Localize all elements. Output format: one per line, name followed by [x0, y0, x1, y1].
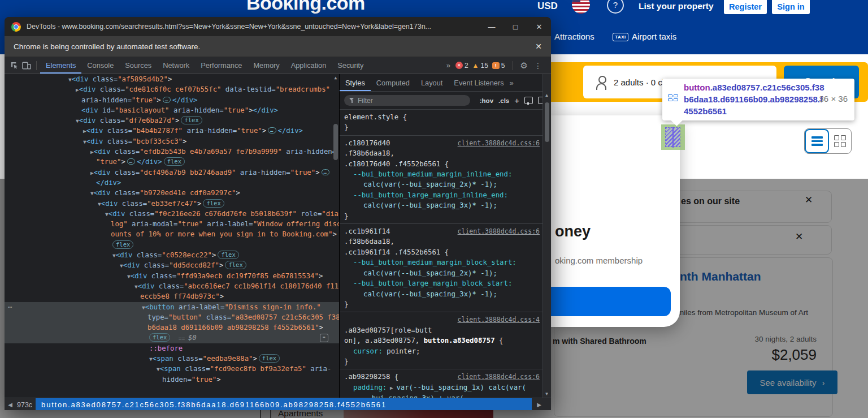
style-declaration[interactable]: calc(var(--bui_spacing_3x)* -1); [344, 289, 543, 299]
currency-selector[interactable]: USD [537, 1, 558, 12]
style-declaration[interactable]: --bui_button_medium_margin_inline_end: [344, 169, 543, 179]
style-declaration[interactable]: } [344, 211, 543, 221]
style-declaration[interactable]: } [344, 356, 543, 367]
dom-tree-line-selected[interactable]: b6daa18 d691166b09 ab98298258 f4552b6561… [5, 322, 339, 333]
dom-tree-line[interactable]: ▼<div class="bcbf33c5c3"> [5, 136, 339, 146]
style-declaration[interactable]: on], a.a83ed08757, button.a83ed08757 { [344, 335, 543, 346]
list-view-button[interactable] [805, 129, 829, 153]
scrollbar-thumb[interactable] [545, 102, 549, 142]
devtools-tab-console[interactable]: Console [81, 58, 119, 74]
breadcrumb-selected[interactable]: button.a83ed08757.c21c56c305.f38b6daa18.… [36, 398, 532, 410]
breadcrumb-back-icon[interactable]: ◀ [5, 402, 16, 408]
dom-tree-line-selected[interactable]: ⋯▼<button aria-label="Dismiss sign-in in… [5, 302, 339, 312]
dom-tree-line[interactable]: "true">…</div>flex [5, 157, 339, 167]
styles-tab-computed[interactable]: Computed [371, 75, 415, 91]
dom-tree-line[interactable]: log" aria-modal="true" aria-label="Windo… [5, 219, 339, 229]
stylesheet-link[interactable]: client.3888dc4d.css:4 [458, 316, 540, 324]
popup-sign-in-button[interactable] [551, 287, 671, 316]
devtools-tab-security[interactable]: Security [332, 58, 369, 74]
dom-tree-line-selected[interactable]: type="button" class="a83ed08757 c21c56c3… [5, 312, 339, 322]
dom-tree-line-selected[interactable]: flex == $0➥ [5, 333, 339, 343]
kebab-menu-icon[interactable]: ⋮ [532, 61, 544, 70]
stylesheet-link[interactable]: client.3888dc4d.css:6 [458, 138, 540, 148]
style-declaration[interactable]: padding: ▶ var(--bui_spacing_1x) calc(va… [344, 382, 543, 393]
style-declaration[interactable]: cursor: pointer; [344, 346, 543, 356]
style-rule[interactable]: client.3888dc4d.css:6.c180176d40.f38b6da… [340, 136, 543, 224]
device-toolbar-icon[interactable] [20, 60, 33, 71]
style-declaration[interactable]: } [344, 299, 543, 309]
stylesheet-link[interactable]: client.3888dc4d.css:6 [458, 372, 540, 382]
style-rule[interactable]: client.3888dc4d.css:6.cc1b961f14.f38b6da… [340, 224, 543, 312]
dom-tree-line[interactable]: ▼<div class="df7e6ba27d">flex [5, 115, 339, 126]
inspect-element-icon[interactable] [8, 60, 20, 71]
register-button[interactable]: Register [724, 0, 767, 14]
style-declaration[interactable]: calc(var(--bui_spacing_2x)* -1); [344, 179, 543, 189]
infobar-close-icon[interactable]: ✕ [535, 42, 542, 51]
style-declaration[interactable]: .cc1b961f14 .f4552b6561 { [344, 247, 543, 257]
style-declaration[interactable]: element.style { [344, 112, 543, 122]
dom-tree-line[interactable]: ▶<div class="efdb2b543b e4b7a69a57 fe7b9… [5, 146, 339, 157]
style-rule[interactable]: client.3888dc4d.css:6.ab98298258 {paddin… [340, 369, 543, 398]
style-declaration[interactable]: } [344, 122, 543, 132]
dom-tree-line[interactable]: ▼<div class="ffd93a9ecb dc19f70f85 eb678… [5, 271, 339, 281]
style-rule[interactable]: element.style {} [340, 110, 543, 136]
dom-tree-line[interactable]: ▼<span class="fcd9eec8fb bf9a32efa5" ari… [5, 364, 339, 374]
style-declaration[interactable]: --bui_button_large_margin_block_start: [344, 278, 543, 288]
booking-logo[interactable]: Booking.com [246, 0, 365, 14]
issues-badge[interactable]: ! 5 [492, 62, 505, 70]
devtools-tab-performance[interactable]: Performance [195, 58, 248, 74]
style-declaration[interactable]: .c180176d40 .f4552b6561 { [344, 159, 543, 169]
dom-tree-line[interactable]: ▼<span class="eedba9e88a">flex [5, 354, 339, 364]
scrollbar-thumb[interactable] [333, 124, 338, 160]
filter-input[interactable]: Filter [344, 95, 470, 106]
dom-tree-line[interactable]: <div id="basiclayout" aria-hidden="true"… [5, 105, 339, 115]
style-declaration[interactable]: .f38b6daa18, [344, 236, 543, 247]
grid-view-button[interactable] [829, 129, 851, 153]
scroll-up-icon[interactable]: ▲ [543, 93, 550, 98]
style-declaration[interactable]: calc(var(--bui_spacing_3x)* -1); [344, 200, 543, 210]
rendering-emulation-icon[interactable] [524, 97, 533, 104]
dom-tree-line[interactable]: hidden="true"> [5, 374, 339, 385]
style-declaration[interactable]: --bui_button_medium_margin_block_start: [344, 257, 543, 268]
dom-tree-line[interactable]: ▼<div class="af5895d4b2"> [5, 74, 339, 84]
styles-more-tabs-icon[interactable]: » [510, 79, 514, 87]
styles-tab-event-listeners[interactable]: Event Listeners [448, 75, 509, 91]
breadcrumb-prev[interactable]: 973c [17, 401, 32, 409]
dom-tree-line[interactable]: </div> [5, 178, 339, 188]
dom-tree-line[interactable]: ▼<div class="abcc616ec7 cc1b961f14 c1801… [5, 281, 339, 291]
settings-gear-icon[interactable]: ⚙ [520, 61, 528, 71]
devtools-tab-memory[interactable]: Memory [248, 58, 285, 74]
dom-tree-line[interactable]: ::before [5, 343, 339, 354]
style-rule[interactable]: client.3888dc4d.css:4.a83ed08757[role=bu… [340, 312, 543, 369]
node-menu-icon[interactable]: ⋯ [8, 302, 12, 312]
dom-tree-line[interactable]: aria-hidden="true">…</div> [5, 95, 339, 105]
devtools-tab-elements[interactable]: Elements [40, 58, 81, 74]
dom-tree-line[interactable]: ounts of 10% or more when you sign in to… [5, 229, 339, 239]
minimize-button[interactable]: — [480, 23, 504, 31]
devtools-tab-application[interactable]: Application [285, 58, 332, 74]
sign-in-button[interactable]: Sign in [772, 0, 810, 14]
devtools-tab-network[interactable]: Network [157, 58, 195, 74]
dom-tree-line[interactable]: ▶<div class="dcf496a7b9 bb2746aad9" aria… [5, 167, 339, 178]
list-your-property-link[interactable]: List your property [639, 1, 714, 11]
dom-tree-line[interactable]: ▼<div class="f0c216ee26 c676dd76fe b5018… [5, 209, 339, 219]
console-warnings-badge[interactable]: ▲ 15 [472, 62, 488, 70]
styles-scrollbar[interactable]: ▲ ▼ [542, 74, 551, 398]
dom-tree-line[interactable]: ▼<div class="b9720ed41e cdf0a9297c"> [5, 188, 339, 198]
devtools-titlebar[interactable]: DevTools - www.booking.com/searchresults… [5, 17, 551, 36]
new-style-rule-button[interactable]: + [514, 96, 519, 105]
dom-tree-line[interactable]: ▶<div class="cde81c6f0c cef07b55fc" data… [5, 84, 339, 94]
close-window-button[interactable]: ✕ [527, 23, 551, 31]
nav-airport-taxis[interactable]: Airport taxis [632, 32, 676, 41]
styles-tab-layout[interactable]: Layout [415, 75, 448, 91]
dom-tree-line[interactable]: flex [5, 240, 339, 250]
scroll-up-icon[interactable]: ▲ [332, 75, 339, 80]
stylesheet-link[interactable]: client.3888dc4d.css:6 [458, 226, 540, 236]
elements-scrollbar[interactable]: ▲ [332, 74, 339, 398]
dom-tree-line[interactable]: ▶<div class="b4b4b2787f" aria-hidden="tr… [5, 126, 339, 136]
style-declaration[interactable]: .a83ed08757[role=butt [344, 325, 543, 335]
breadcrumb-forward-icon[interactable]: ▶ [532, 402, 546, 408]
style-declaration[interactable]: .f38b6daa18, [344, 148, 543, 158]
styles-tab-styles[interactable]: Styles [340, 75, 371, 91]
more-tabs-icon[interactable]: » [446, 61, 450, 70]
